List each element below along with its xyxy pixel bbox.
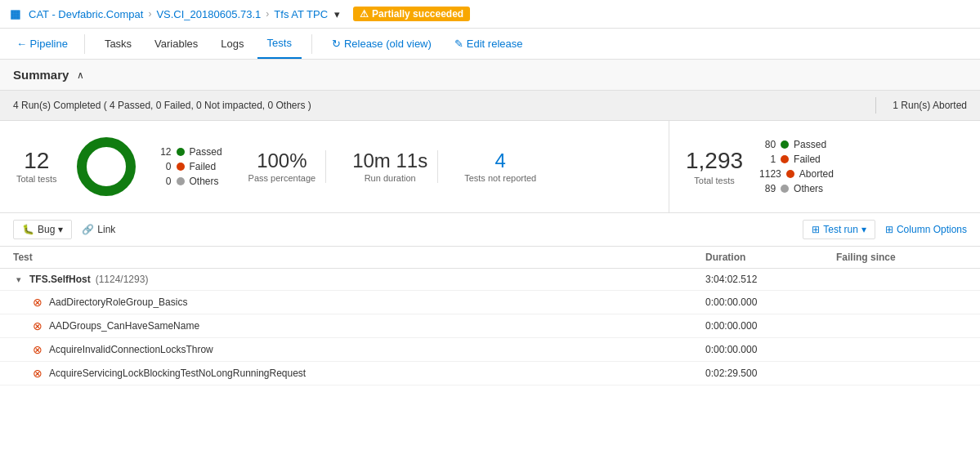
test-name-1: AADGroups_CanHaveSameName: [49, 320, 199, 332]
nav-bar: ← Pipeline Tasks Variables Logs Tests ↻ …: [0, 29, 980, 60]
aborted-icon-2: ⊗: [33, 343, 43, 356]
test-run-button[interactable]: ⊞ Test run ▾: [803, 220, 875, 239]
table-row[interactable]: ⊗ AcquireServicingLockBlockingTestNoLong…: [0, 362, 980, 386]
not-reported-label: Tests not reported: [464, 173, 536, 183]
col-test: Test: [13, 252, 705, 263]
stats-divider: [875, 97, 876, 114]
breadcrumb-link-2[interactable]: Tfs AT TPC: [274, 8, 328, 20]
row-duration-1: 0:00:00.000: [705, 320, 836, 332]
nav-release-old-view[interactable]: ↻ Release (old view): [322, 29, 441, 58]
pass-percentage-block: 100% Pass percentage: [239, 150, 327, 183]
failed-label: Failed: [190, 161, 217, 172]
test-run-icon: ⊞: [812, 224, 820, 235]
toolbar-left: 🐛 Bug ▾ 🔗 Link: [13, 220, 115, 239]
aborted-legend-failed: 1 Failed: [759, 154, 834, 165]
table-header: Test Duration Failing since: [0, 247, 980, 269]
aborted-legend-others: 89 Others: [759, 183, 834, 194]
bug-icon: 🐛: [22, 224, 34, 235]
warning-icon: ⚠: [360, 8, 369, 20]
nav-back-btn[interactable]: ← Pipeline: [10, 29, 74, 58]
nav-variables[interactable]: Variables: [145, 29, 208, 58]
failed-count: 0: [155, 161, 172, 172]
nav-edit-release[interactable]: ✎ Edit release: [445, 29, 533, 58]
group-name: TFS.SelfHost: [29, 274, 91, 285]
aborted-passed-dot: [781, 140, 789, 149]
column-options-button[interactable]: ⊞ Column Options: [885, 224, 967, 235]
completed-metrics: 12 Total tests 12 Passed 0 Failed 0: [0, 121, 669, 212]
stats-completed: 4 Run(s) Completed ( 4 Passed, 0 Failed,…: [13, 100, 859, 111]
aborted-failed-dot: [781, 155, 789, 163]
aborted-total-label: Total tests: [686, 176, 743, 185]
metrics-section: 12 Total tests 12 Passed 0 Failed 0: [0, 121, 980, 213]
column-options-icon: ⊞: [885, 224, 893, 235]
failed-dot: [177, 163, 185, 171]
test-run-label: Test run: [823, 224, 858, 235]
pass-percentage-value: 100%: [248, 150, 316, 172]
toolbar-right: ⊞ Test run ▾ ⊞ Column Options: [803, 220, 967, 239]
nav-logs[interactable]: Logs: [211, 29, 253, 58]
aborted-failed-count: 1: [759, 154, 776, 165]
table-group-row[interactable]: ▾ TFS.SelfHost (1124/1293) 3:04:02.512: [0, 269, 980, 291]
others-count: 0: [155, 176, 172, 187]
aborted-legend: 80 Passed 1 Failed 1123 Aborted 89 Other…: [759, 139, 834, 194]
duration-block: 10m 11s Run duration: [342, 150, 438, 183]
test-item-3: ⊗ AcquireServicingLockBlockingTestNoLong…: [13, 367, 705, 380]
legend-passed: 12 Passed: [155, 146, 222, 158]
edit-icon: ✎: [454, 38, 463, 50]
others-dot: [177, 177, 185, 185]
breadcrumb-dropdown-btn[interactable]: ▾: [333, 8, 342, 20]
legend-failed: 0 Failed: [155, 161, 222, 172]
nav-separator-2: [311, 34, 312, 54]
aborted-failed-label: Failed: [794, 154, 821, 165]
breadcrumb-bar: ▦ CAT - Devfabric.Compat › VS.CI_2018060…: [0, 0, 980, 29]
aborted-aborted-label: Aborted: [799, 168, 834, 180]
link-button[interactable]: 🔗 Link: [82, 224, 115, 235]
table-row[interactable]: ⊗ AadDirectoryRoleGroup_Basics 0:00:00.0…: [0, 291, 980, 314]
test-item-0: ⊗ AadDirectoryRoleGroup_Basics: [13, 296, 705, 309]
aborted-icon-3: ⊗: [33, 367, 43, 380]
test-name-0: AadDirectoryRoleGroup_Basics: [49, 296, 187, 308]
duration-value: 10m 11s: [352, 150, 427, 172]
nav-tests[interactable]: Tests: [257, 29, 302, 59]
summary-collapse-icon[interactable]: ∧: [77, 69, 84, 81]
completed-total-label: Total tests: [16, 174, 57, 184]
nav-tasks[interactable]: Tasks: [95, 29, 141, 58]
aborted-metrics: 1,293 Total tests 80 Passed 1 Failed 112…: [669, 121, 980, 212]
link-icon: 🔗: [82, 224, 94, 235]
passed-label: Passed: [190, 146, 222, 158]
aborted-others-dot: [781, 185, 789, 193]
collapse-button[interactable]: ▾: [13, 274, 25, 285]
aborted-others-count: 89: [759, 183, 776, 194]
refresh-icon: ↻: [332, 38, 341, 50]
aborted-total-number: 1,293: [686, 148, 743, 174]
donut-chart: [74, 134, 139, 199]
breadcrumb-link-1[interactable]: VS.CI_20180605.73.1: [156, 8, 261, 20]
group-count: (1124/1293): [96, 274, 149, 285]
legend-others: 0 Others: [155, 176, 222, 187]
app-logo: ▦: [10, 7, 20, 20]
breadcrumb-link-0[interactable]: CAT - Devfabric.Compat: [29, 8, 143, 20]
nav-release-label: Release (old view): [344, 38, 432, 50]
table-row[interactable]: ⊗ AADGroups_CanHaveSameName 0:00:00.000: [0, 314, 980, 338]
row-duration-2: 0:00:00.000: [705, 344, 836, 355]
donut-svg: [74, 134, 139, 199]
bug-label: Bug: [38, 224, 55, 235]
not-reported-block: 4 Tests not reported: [454, 150, 546, 183]
bug-button[interactable]: 🐛 Bug ▾: [13, 220, 72, 239]
pass-percentage-label: Pass percentage: [248, 173, 316, 183]
row-duration-3: 0:02:29.500: [705, 368, 836, 379]
nav-separator: [84, 34, 85, 54]
col-failing-since: Failing since: [836, 252, 967, 263]
test-run-dropdown-icon: ▾: [861, 224, 866, 235]
nav-edit-label: Edit release: [467, 38, 523, 50]
completed-legend: 12 Passed 0 Failed 0 Others: [155, 146, 222, 187]
test-item-2: ⊗ AcquireInvalidConnectionLocksThrow: [13, 343, 705, 356]
aborted-icon-1: ⊗: [33, 319, 43, 332]
bug-dropdown-icon: ▾: [58, 224, 63, 235]
test-group: ▾ TFS.SelfHost (1124/1293): [13, 274, 705, 285]
status-badge: ⚠ Partially succeeded: [353, 7, 470, 21]
table-row[interactable]: ⊗ AcquireInvalidConnectionLocksThrow 0:0…: [0, 338, 980, 362]
status-text: Partially succeeded: [372, 8, 463, 20]
aborted-total: 1,293 Total tests: [686, 148, 743, 185]
row-duration-0: 0:00:00.000: [705, 296, 836, 308]
